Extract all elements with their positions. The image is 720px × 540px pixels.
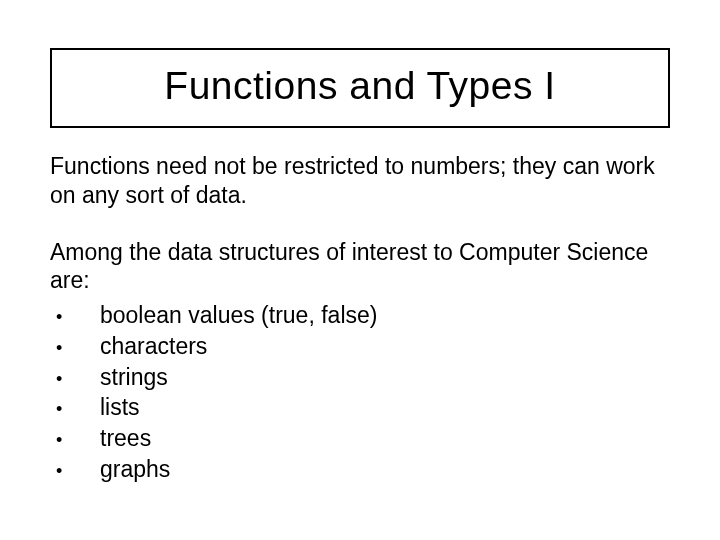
list-item-label: strings bbox=[100, 363, 670, 392]
bullet-icon: • bbox=[50, 431, 100, 449]
list-item: • characters bbox=[50, 332, 670, 361]
title-box: Functions and Types I bbox=[50, 48, 670, 128]
bullet-icon: • bbox=[50, 339, 100, 357]
slide-body: Functions need not be restricted to numb… bbox=[50, 152, 670, 484]
slide-title: Functions and Types I bbox=[72, 64, 648, 108]
slide: Functions and Types I Functions need not… bbox=[0, 0, 720, 540]
bullet-list: • boolean values (true, false) • charact… bbox=[50, 301, 670, 484]
list-item-label: graphs bbox=[100, 455, 670, 484]
bullet-icon: • bbox=[50, 400, 100, 418]
list-item-label: characters bbox=[100, 332, 670, 361]
list-item: • strings bbox=[50, 363, 670, 392]
list-item: • lists bbox=[50, 393, 670, 422]
bullet-icon: • bbox=[50, 462, 100, 480]
paragraph-2: Among the data structures of interest to… bbox=[50, 238, 670, 296]
list-item: • boolean values (true, false) bbox=[50, 301, 670, 330]
list-item-label: lists bbox=[100, 393, 670, 422]
bullet-icon: • bbox=[50, 370, 100, 388]
list-item: • trees bbox=[50, 424, 670, 453]
list-item: • graphs bbox=[50, 455, 670, 484]
list-item-label: boolean values (true, false) bbox=[100, 301, 670, 330]
paragraph-1: Functions need not be restricted to numb… bbox=[50, 152, 670, 210]
bullet-icon: • bbox=[50, 308, 100, 326]
list-item-label: trees bbox=[100, 424, 670, 453]
